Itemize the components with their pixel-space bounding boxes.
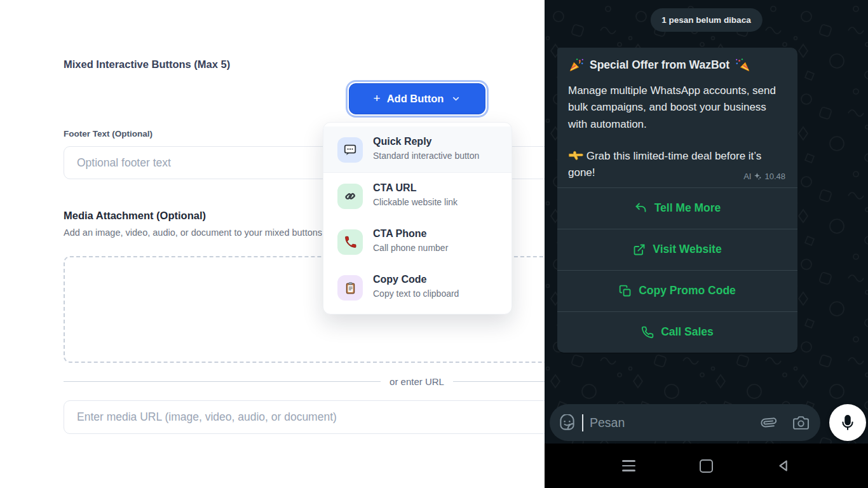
preview-button-copy-promo-code[interactable]: Copy Promo Code — [557, 270, 797, 311]
nav-home-button[interactable] — [698, 458, 715, 474]
attachment-icon[interactable] — [758, 412, 780, 433]
url-divider-label: or enter URL — [390, 376, 444, 387]
message-bubble: Special Offer from WazBot Manage multipl… — [557, 48, 797, 353]
meta-time: 10.48 — [764, 172, 785, 181]
add-button-label: Add Button — [387, 93, 444, 105]
sticker-emoji-icon[interactable] — [559, 414, 576, 431]
composer-bar: Pesan — [550, 404, 863, 441]
nav-back-button[interactable] — [776, 458, 792, 474]
message-meta: AI 10.48 — [568, 172, 787, 185]
text-cursor — [582, 414, 583, 431]
mic-icon — [839, 414, 856, 431]
meta-ai-label: AI — [743, 172, 751, 181]
external-link-icon — [633, 243, 646, 256]
dropdown-item-copy-code[interactable]: Copy Code Copy text to clipboard — [323, 264, 512, 310]
reply-icon — [634, 201, 648, 215]
camera-icon[interactable] — [793, 415, 809, 431]
dropdown-item-title: CTA URL — [373, 182, 481, 194]
add-button[interactable]: + Add Button — [349, 83, 485, 114]
dropdown-item-title: CTA Phone — [373, 228, 481, 240]
android-navbar — [545, 444, 868, 488]
preview-button-call-sales[interactable]: Call Sales — [557, 311, 797, 353]
dropdown-item-title: Copy Code — [373, 274, 481, 285]
dropdown-item-description: Call phone number — [373, 241, 481, 254]
unread-messages-badge: 1 pesan belum dibaca — [650, 8, 762, 32]
clipboard-icon — [337, 275, 363, 301]
screen: Mixed Interactive Buttons (Max 5) Footer… — [0, 0, 868, 488]
nav-menu-button[interactable] — [621, 458, 637, 474]
plus-icon: + — [374, 92, 381, 105]
chevron-down-icon — [451, 94, 461, 104]
ai-sparkle-icon — [754, 172, 762, 180]
dropdown-item-description: Standard interactive button — [373, 149, 481, 162]
link-icon — [337, 184, 363, 209]
footer-text-label: Footer Text (Optional) — [64, 129, 153, 139]
speech-bubble-icon — [337, 137, 363, 163]
chat-area: 1 pesan belum dibaca Special Offer from … — [545, 0, 868, 444]
media-attachment-subtitle: Add an image, video, audio, or document … — [64, 227, 362, 238]
preview-button-tell-me-more[interactable]: Tell Me More — [557, 187, 797, 229]
message-body: Manage multiple WhatsApp accounts, send … — [568, 83, 787, 133]
copy-icon — [619, 285, 632, 297]
message-placeholder: Pesan — [590, 416, 755, 430]
add-button-dropdown: Quick Reply Standard interactive button … — [323, 122, 512, 315]
pointing-finger-emoji — [568, 149, 583, 161]
dropdown-item-description: Clickable website link — [373, 196, 481, 208]
phone-icon — [641, 326, 654, 339]
dropdown-item-title: Quick Reply — [373, 136, 481, 147]
party-popper-emoji — [568, 57, 585, 73]
divider-line — [64, 381, 381, 382]
dropdown-item-quick-reply[interactable]: Quick Reply Standard interactive button — [323, 126, 512, 173]
party-popper-emoji — [735, 57, 751, 73]
phone-icon — [337, 229, 363, 255]
dropdown-item-description: Copy text to clipboard — [373, 287, 481, 300]
preview-button-visit-website[interactable]: Visit Website — [557, 229, 797, 270]
dropdown-item-cta-phone[interactable]: CTA Phone Call phone number — [323, 219, 512, 264]
whatsapp-preview-panel: 1 pesan belum dibaca Special Offer from … — [545, 0, 868, 488]
media-attachment-title: Media Attachment (Optional) — [64, 210, 206, 222]
section-title: Mixed Interactive Buttons (Max 5) — [64, 58, 230, 71]
message-input[interactable]: Pesan — [550, 404, 820, 441]
dropdown-item-cta-url[interactable]: CTA URL Clickable website link — [323, 173, 512, 219]
message-title: Special Offer from WazBot — [568, 57, 787, 73]
mic-button[interactable] — [829, 404, 866, 441]
